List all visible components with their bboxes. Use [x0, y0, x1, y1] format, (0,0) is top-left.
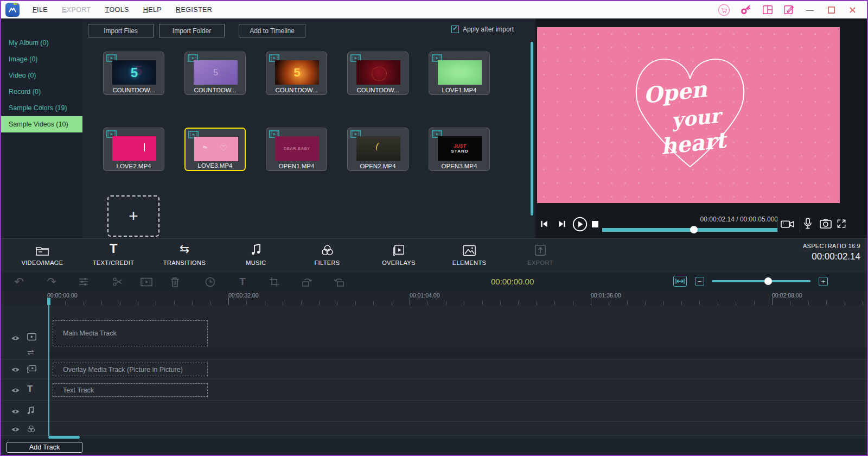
rotate-right-icon[interactable]	[332, 275, 346, 289]
preview-progress-bar[interactable]	[602, 228, 778, 232]
next-frame-button[interactable]	[558, 220, 566, 228]
layout-switch-icon[interactable]	[762, 4, 774, 16]
music-track-icon	[27, 406, 35, 415]
fit-timeline-icon[interactable]	[673, 276, 687, 287]
zoom-slider-handle[interactable]	[764, 277, 772, 285]
feedback-edit-icon[interactable]	[783, 4, 795, 16]
tab-filters[interactable]: FILTERS	[297, 242, 357, 266]
media-item-name: COUNTDOW...	[104, 87, 164, 93]
media-item-name: COUNTDOW...	[185, 87, 245, 93]
main-area: My Album (0) Image (0) Video (0) Record …	[1, 18, 867, 238]
tab-music[interactable]: MUSIC	[226, 242, 286, 266]
sidebar-item-sample-videos[interactable]: Sample Videos (10)	[1, 116, 82, 132]
overlay-track: Overlay Media Track (Picture in Picture)	[1, 359, 867, 379]
current-timecode: 00:00:02.14	[803, 251, 860, 262]
library-vertical-scrollbar[interactable]	[531, 42, 533, 216]
tab-video-image[interactable]: VIDEO/IMAGE	[12, 242, 72, 266]
media-item-countdown3[interactable]: 5 COUNTDOW...	[266, 52, 327, 95]
menu-file[interactable]: FILE	[33, 6, 48, 14]
tab-transitions[interactable]: ⇆ TRANSITIONS	[155, 242, 214, 266]
media-thumbnail	[356, 136, 400, 161]
sidebar-item-my-album[interactable]: My Album (0)	[1, 35, 82, 51]
timeline-ruler[interactable]: 00:00:00.00 00:00:32.00 00:01:04.00 00:0…	[1, 290, 867, 305]
eye-icon[interactable]	[11, 426, 20, 433]
store-cart-icon[interactable]	[718, 4, 730, 16]
timeline-toolbar: ↶ ↷ T 00:00:00.00 −	[1, 273, 867, 290]
text-track-header: T	[1, 379, 49, 400]
eye-icon[interactable]	[11, 366, 20, 373]
snapshot-icon[interactable]	[820, 219, 832, 229]
media-item-countdown4[interactable]: COUNTDOW...	[347, 52, 409, 95]
add-track-button[interactable]: Add Track	[7, 442, 82, 453]
timeline-zoom-slider[interactable]	[712, 280, 810, 282]
crop-icon[interactable]	[267, 275, 281, 289]
menu-help[interactable]: HELP	[143, 6, 162, 14]
media-thumbnail: 5	[112, 60, 156, 85]
zoom-out-button[interactable]: −	[695, 277, 704, 286]
media-item-love1[interactable]: LOVE1.MP4	[429, 52, 490, 95]
maximize-button[interactable]	[825, 4, 837, 15]
undo-icon[interactable]: ↶	[12, 275, 26, 289]
media-thumbnail	[194, 137, 238, 161]
minimize-button[interactable]: —	[804, 4, 816, 15]
zoom-in-button[interactable]: +	[819, 277, 828, 286]
close-button[interactable]	[846, 4, 858, 15]
menu-export[interactable]: EXPORT	[62, 6, 91, 14]
microphone-icon[interactable]	[803, 218, 812, 230]
music-note-icon	[226, 242, 286, 256]
media-item-love2[interactable]: LOVE2.MP4	[103, 128, 164, 171]
import-files-button[interactable]: Import Files	[88, 24, 154, 37]
delete-trash-icon[interactable]	[168, 275, 182, 289]
apply-after-import-checkbox[interactable]	[451, 26, 459, 33]
media-item-love3-selected[interactable]: LOVE3.MP4	[184, 128, 246, 171]
eye-icon[interactable]	[11, 335, 20, 341]
record-icon[interactable]	[781, 219, 795, 230]
rotate-left-icon[interactable]	[300, 275, 314, 289]
license-key-icon[interactable]	[739, 4, 752, 16]
detach-frame-icon[interactable]	[139, 275, 154, 289]
video-track: ⇌ Main Media Track	[1, 305, 867, 359]
overlay-track-dropzone: Overlay Media Track (Picture in Picture)	[53, 363, 208, 376]
media-thumbnail	[112, 136, 156, 161]
apply-after-import: Apply after import	[451, 26, 514, 33]
media-item-name: OPEN1.MP4	[266, 163, 327, 169]
tab-elements[interactable]: ELEMENTS	[439, 242, 499, 266]
sidebar-item-sample-colors[interactable]: Sample Colors (19)	[1, 100, 82, 116]
fullscreen-icon[interactable]	[836, 218, 847, 229]
redo-icon[interactable]: ↷	[44, 275, 59, 289]
stop-button[interactable]	[592, 221, 598, 227]
add-to-timeline-button[interactable]: Add to Timeline	[239, 24, 305, 37]
text-track-lane: Text Track	[49, 379, 867, 400]
menu-register[interactable]: REGISTER	[176, 6, 212, 14]
playhead-handle[interactable]	[47, 298, 50, 305]
media-item-name: LOVE2.MP4	[104, 163, 164, 169]
media-item-countdown2[interactable]: 5 COUNTDOW...	[184, 52, 246, 95]
sidebar-item-record[interactable]: Record (0)	[1, 84, 82, 100]
previous-frame-button[interactable]	[540, 220, 548, 228]
sidebar-item-image[interactable]: Image (0)	[1, 51, 82, 67]
tab-overlays[interactable]: OVERLAYS	[369, 242, 429, 266]
media-item-name: OPEN3.MP4	[429, 163, 489, 169]
play-button[interactable]	[572, 217, 588, 232]
import-folder-button[interactable]: Import Folder	[159, 24, 225, 37]
sidebar-item-video[interactable]: Video (0)	[1, 67, 82, 84]
split-scissors-icon[interactable]	[111, 275, 125, 289]
media-item-open2[interactable]: OPEN2.MP4	[347, 128, 409, 171]
progress-handle[interactable]	[690, 226, 698, 233]
video-track-icon	[27, 333, 36, 341]
text-tool-icon[interactable]: T	[235, 275, 250, 289]
add-media-button[interactable]: +	[107, 195, 159, 237]
media-item-open1[interactable]: DEAR BABY OPEN1.MP4	[266, 128, 327, 171]
tab-export[interactable]: EXPORT	[510, 242, 570, 266]
eye-icon[interactable]	[11, 408, 20, 415]
eye-icon[interactable]	[11, 387, 20, 394]
media-item-countdown1[interactable]: 5 COUNTDOW...	[103, 52, 164, 95]
tab-text-credit[interactable]: T TEXT/CREDIT	[84, 242, 143, 266]
playhead-line	[48, 305, 49, 436]
menu-tools[interactable]: TOOLS	[105, 6, 129, 14]
adjust-icon[interactable]	[76, 275, 91, 289]
preview-timecode: 00:00:02.14 / 00:00:05.000	[602, 216, 778, 223]
preview-panel: Open your heart 00:00:02.14 / 00:00:05.0…	[535, 18, 867, 238]
media-item-open3[interactable]: JUSTSTAND OPEN3.MP4	[429, 128, 490, 171]
duration-clock-icon[interactable]	[203, 275, 217, 289]
